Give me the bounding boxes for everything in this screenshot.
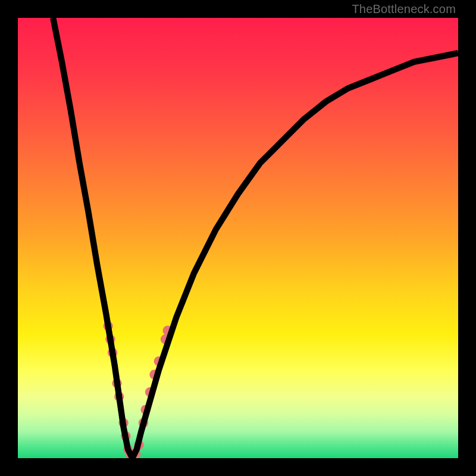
curve-line (53, 18, 458, 458)
chart-frame: TheBottleneck.com (0, 0, 476, 476)
bottleneck-curve (18, 18, 458, 458)
watermark-text: TheBottleneck.com (352, 2, 456, 16)
plot-area (18, 18, 458, 458)
